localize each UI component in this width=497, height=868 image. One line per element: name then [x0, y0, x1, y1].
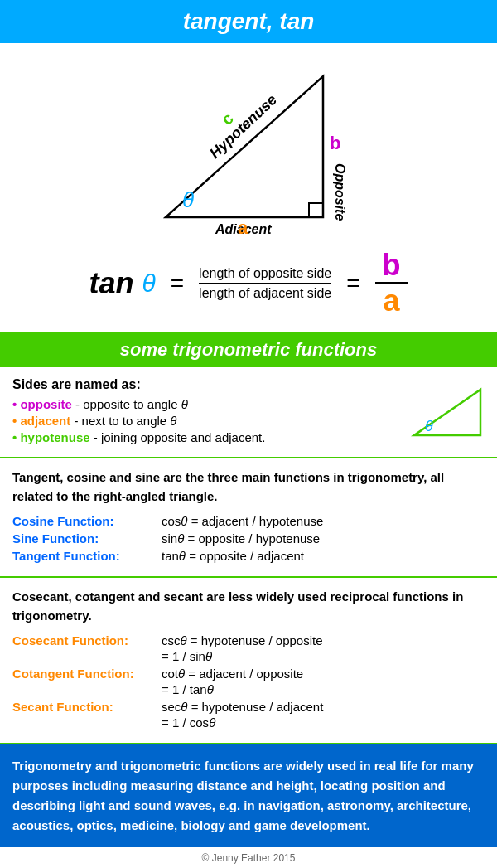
fraction-denominator: length of adjacent side — [199, 284, 331, 301]
footer: © Jenny Eather 2015 — [0, 847, 497, 868]
svg-text:θ: θ — [425, 418, 433, 434]
formula-tan-label: tan — [89, 266, 133, 301]
cotangent-sub: = 1 / tanθ — [162, 682, 485, 696]
side-opposite-item: • opposite - opposite to angle θ — [12, 397, 402, 411]
formula-equals2: = — [346, 270, 359, 297]
side-hypotenuse-item: • hypotenuse - joining opposite and adja… — [12, 430, 402, 444]
green-section-title: some trigonometric functions — [120, 339, 377, 360]
cotangent-formula: cotθ = adjacent / opposite — [162, 667, 303, 681]
svg-text:Opposite: Opposite — [333, 163, 347, 221]
formula-theta: θ — [142, 269, 155, 298]
cosecant-name: Cosecant Function: — [12, 633, 162, 647]
page-title: tangent, tan — [183, 8, 315, 34]
fraction-numerator: length of opposite side — [199, 266, 331, 284]
footer-text: © Jenny Eather 2015 — [202, 852, 296, 864]
triangle-diagram: Hypotenuse c Opposite b Adjacent a θ — [141, 60, 356, 234]
main-functions-intro: Tangent, cosine and sine are the three m… — [12, 468, 485, 506]
green-section-header: some trigonometric functions — [0, 332, 497, 367]
function-tangent-formula: tanθ = opposite / adjacent — [162, 549, 304, 563]
small-triangle-diagram: θ — [410, 381, 485, 443]
reciprocal-row-secant: Secant Function: secθ = hypotenuse / adj… — [12, 700, 485, 714]
fraction-a: a — [375, 284, 408, 316]
cosecant-formula: cscθ = hypotenuse / opposite — [162, 633, 323, 647]
side-adjacent-label: • adjacent — [12, 414, 70, 428]
triangle-section: Hypotenuse c Opposite b Adjacent a θ — [0, 43, 497, 242]
function-row-cosine: Cosine Function: cosθ = adjacent / hypot… — [12, 514, 485, 528]
function-sine-name: Sine Function: — [12, 531, 162, 546]
side-adjacent-item: • adjacent - next to to angle θ — [12, 414, 402, 428]
function-sine-formula: sinθ = opposite / hypotenuse — [162, 531, 320, 546]
function-row-sine: Sine Function: sinθ = opposite / hypoten… — [12, 531, 485, 546]
svg-text:a: a — [238, 217, 248, 234]
reciprocal-row-cotangent: Cotangent Function: cotθ = adjacent / op… — [12, 667, 485, 681]
main-functions-section: Tangent, cosine and sine are the three m… — [0, 458, 497, 578]
reciprocal-row-cosecant: Cosecant Function: cscθ = hypotenuse / o… — [12, 633, 485, 647]
secant-formula: secθ = hypotenuse / adjacent — [162, 700, 323, 714]
side-hypotenuse-label: • hypotenuse — [12, 430, 90, 444]
sides-text: Sides are named as: • opposite - opposit… — [12, 377, 402, 447]
svg-text:b: b — [330, 133, 340, 153]
fraction-b: b — [375, 250, 408, 284]
cosecant-sub: = 1 / sinθ — [162, 649, 485, 663]
side-opposite-label: • opposite — [12, 397, 72, 411]
function-row-tangent: Tangent Function: tanθ = opposite / adja… — [12, 549, 485, 563]
svg-text:θ: θ — [182, 187, 194, 212]
side-adjacent-desc: - next to to angle θ — [74, 414, 176, 428]
formula-equals1: = — [171, 270, 184, 297]
secant-name: Secant Function: — [12, 700, 162, 714]
bottom-text: Trigonometry and trigonometric functions… — [12, 756, 485, 836]
function-cosine-name: Cosine Function: — [12, 514, 162, 528]
page-header: tangent, tan — [0, 0, 497, 43]
formula-section: tan θ = length of opposite side length o… — [0, 242, 497, 332]
cotangent-name: Cotangent Function: — [12, 667, 162, 681]
fraction-b-over-a: b a — [375, 250, 408, 316]
side-hypotenuse-desc: - joining opposite and adjacent. — [94, 430, 266, 444]
side-opposite-desc: - opposite to angle θ — [75, 397, 188, 411]
function-cosine-formula: cosθ = adjacent / hypotenuse — [162, 514, 323, 528]
reciprocal-section: Cosecant, cotangent and secant are less … — [0, 578, 497, 744]
secant-sub: = 1 / cosθ — [162, 715, 485, 730]
sides-title: Sides are named as: — [12, 377, 402, 392]
bottom-section: Trigonometry and trigonometric functions… — [0, 744, 497, 847]
function-tangent-name: Tangent Function: — [12, 549, 162, 563]
sides-section: Sides are named as: • opposite - opposit… — [0, 367, 497, 458]
reciprocal-intro: Cosecant, cotangent and secant are less … — [12, 588, 485, 625]
svg-marker-9 — [414, 390, 480, 435]
formula-fraction: length of opposite side length of adjace… — [199, 266, 331, 301]
